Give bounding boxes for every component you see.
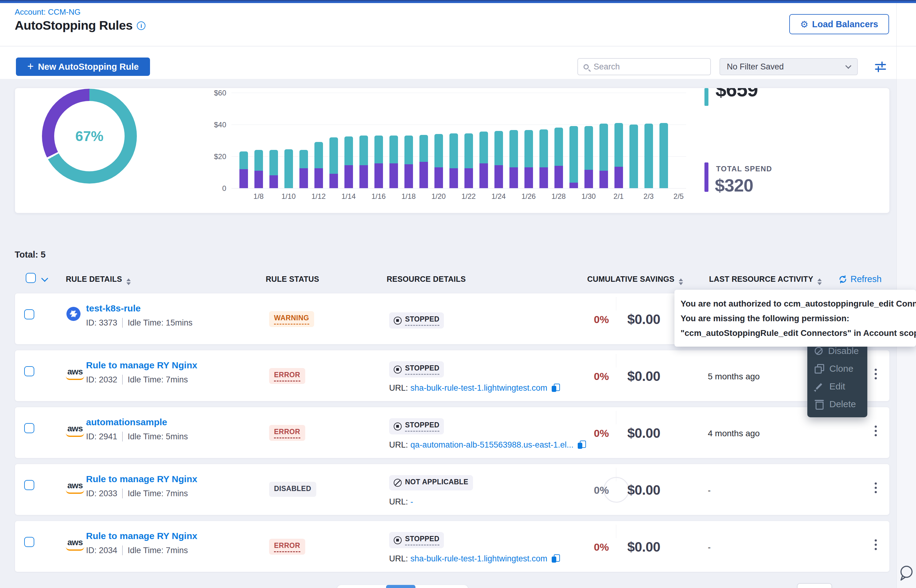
bar-slot — [671, 88, 686, 188]
breadcrumb-account[interactable]: Account: CCM-NG — [15, 7, 81, 17]
savings-marker — [704, 88, 709, 106]
row-checkbox[interactable] — [24, 309, 34, 320]
table-row[interactable]: aws Rule to manage RY Nginx ID: 2033Idle… — [15, 464, 890, 515]
x-axis-tick: 2/3 — [641, 192, 656, 201]
column-cumulative-savings[interactable]: CUMULATIVE SAVINGS — [587, 275, 683, 285]
new-autostopping-rule-button[interactable]: + New AutoStopping Rule — [16, 58, 150, 76]
resource-url: URL:- — [389, 497, 413, 507]
row-actions-kebab-icon[interactable] — [872, 480, 879, 496]
copy-icon[interactable] — [552, 384, 560, 393]
resource-url-link[interactable]: sha-bulk-rule-test-1.lightwingtest.com — [411, 383, 547, 393]
x-axis-tick: 1/16 — [371, 192, 386, 201]
rule-name-link[interactable]: Rule to manage RY Nginx — [86, 474, 197, 484]
table-row[interactable]: aws Rule to manage RY Nginx ID: 2032Idle… — [15, 350, 890, 401]
sort-icon[interactable] — [817, 278, 822, 285]
resource-url-link[interactable]: - — [411, 497, 413, 507]
x-axis-tick: 1/22 — [461, 192, 476, 201]
x-axis-tick: 1/12 — [311, 192, 326, 201]
stacked-bar — [539, 129, 548, 188]
bar-slot — [446, 88, 461, 188]
aws-icon: aws — [66, 481, 84, 494]
row-actions-kebab-icon[interactable] — [872, 537, 879, 552]
resource-url: URL:sha-bulk-rule-test-1.lightwingtest.c… — [389, 554, 560, 564]
row-checkbox[interactable] — [24, 423, 34, 433]
sort-icon[interactable] — [126, 278, 131, 285]
rule-name-link[interactable]: automationsample — [86, 417, 167, 427]
tooltip-line: You are missing the following permission… — [681, 311, 916, 326]
stacked-bar — [659, 123, 668, 188]
pagination-current-page[interactable] — [386, 585, 416, 588]
row-actions-kebab-icon[interactable] — [872, 366, 879, 382]
bar-slot — [356, 88, 371, 188]
context-menu-item-edit[interactable]: Edit — [807, 378, 867, 395]
load-balancers-button[interactable]: ⚙ Load Balancers — [789, 14, 889, 34]
page-size-selector[interactable] — [797, 583, 832, 588]
y-axis-tick: $40 — [208, 121, 226, 129]
rule-meta: ID: 2941Idle Time: 5mins — [86, 432, 188, 441]
resource-url: URL:sha-bulk-rule-test-1.lightwingtest.c… — [389, 383, 560, 393]
gear-icon: ⚙ — [800, 19, 809, 30]
rule-name-link[interactable]: test-k8s-rule — [86, 303, 141, 313]
savings-percentage: 0% — [578, 484, 609, 496]
resource-url-link[interactable]: sha-bulk-rule-test-1.lightwingtest.com — [411, 554, 547, 564]
column-rule-details[interactable]: RULE DETAILS — [66, 275, 131, 285]
rule-name-link[interactable]: Rule to manage RY Nginx — [86, 360, 197, 370]
search-input[interactable] — [593, 62, 697, 72]
context-menu-item-clone[interactable]: Clone — [807, 360, 867, 378]
stacked-bar — [494, 131, 503, 188]
bar-slot — [281, 88, 296, 188]
x-axis-tick — [566, 192, 581, 201]
stacked-bar — [405, 136, 413, 188]
last-activity-value: 5 months ago — [708, 372, 760, 381]
rule-name-link[interactable]: Rule to manage RY Nginx — [86, 531, 197, 541]
x-axis-tick: 1/24 — [491, 192, 506, 201]
bar-slot — [341, 88, 356, 188]
autostopping-rules-page: Account: CCM-NG AutoStopping Rulesi ⚙ Lo… — [0, 0, 916, 588]
stacked-bar — [450, 133, 458, 188]
stacked-bar — [374, 136, 383, 188]
info-icon[interactable]: i — [137, 21, 146, 30]
rule-meta: ID: 2034Idle Time: 7mins — [86, 546, 188, 555]
last-activity-value: - — [708, 543, 710, 552]
savings-value: $0.00 — [627, 369, 660, 384]
stacked-bar — [299, 150, 308, 188]
table-row[interactable]: aws automationsample ID: 2941Idle Time: … — [15, 407, 890, 458]
rule-status-badge: ERROR — [269, 539, 305, 555]
select-menu-chevron-icon[interactable] — [41, 275, 49, 282]
column-last-resource-activity[interactable]: LAST RESOURCE ACTIVITY — [709, 275, 822, 285]
sort-icon[interactable] — [679, 278, 683, 285]
filter-sliders-icon[interactable] — [874, 61, 887, 73]
select-all-checkbox[interactable] — [26, 273, 36, 283]
bar-slot — [431, 88, 446, 188]
total-spend-value: $320 — [715, 175, 753, 195]
stacked-bar — [510, 130, 518, 188]
x-axis-tick: 1/30 — [581, 192, 596, 201]
row-actions-kebab-icon[interactable] — [872, 423, 879, 439]
row-checkbox[interactable] — [24, 480, 34, 490]
table-row[interactable]: aws Rule to manage RY Nginx ID: 2034Idle… — [15, 521, 890, 572]
rule-meta: ID: 2032Idle Time: 7mins — [86, 375, 188, 384]
copy-icon[interactable] — [578, 441, 586, 450]
resource-url-link[interactable]: qa-automation-alb-515563988.us-east-1.el… — [411, 440, 574, 450]
resource-state-badge: STOPPED — [389, 532, 444, 548]
saved-filter-dropdown[interactable]: No Filter Saved — [719, 58, 858, 75]
gridline-0 — [231, 188, 686, 189]
x-axis-tick: 1/20 — [431, 192, 446, 201]
clone-icon — [815, 364, 824, 373]
delete-icon — [815, 399, 824, 409]
x-axis-tick — [476, 192, 491, 201]
bar-slot — [296, 88, 311, 188]
chat-bubble-icon[interactable] — [897, 564, 915, 583]
context-menu-item-delete[interactable]: Delete — [807, 395, 867, 413]
row-checkbox[interactable] — [24, 537, 34, 547]
refresh-button[interactable]: Refresh — [838, 274, 882, 284]
x-axis-tick — [506, 192, 521, 201]
bar-slot — [416, 88, 431, 188]
x-axis-tick — [296, 192, 311, 201]
savings-percentage: 0% — [578, 370, 609, 383]
copy-icon[interactable] — [552, 554, 560, 564]
resource-state-badge: STOPPED — [389, 418, 444, 435]
row-checkbox[interactable] — [24, 366, 34, 376]
resource-state-icon — [394, 317, 402, 325]
bar-slot — [386, 88, 401, 188]
